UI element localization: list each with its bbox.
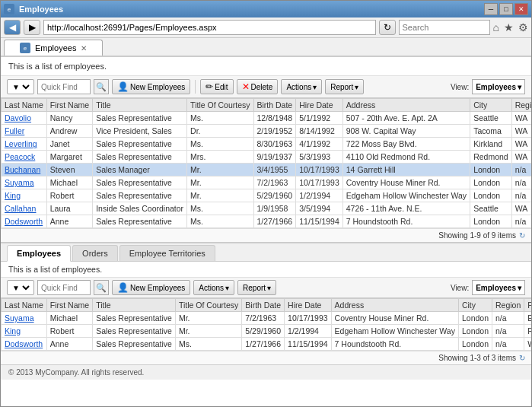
table-row[interactable]: KingRobertSales RepresentativeMr.5/29/19… xyxy=(2,189,532,202)
page-description: This is a list of employees. xyxy=(8,62,107,71)
sub-employee-last-name-link[interactable]: King xyxy=(5,326,21,335)
window-title: Employees xyxy=(19,5,63,14)
actions-button[interactable]: Actions ▾ xyxy=(281,79,322,94)
view-chevron-icon: ▾ xyxy=(518,83,521,91)
new-employees-label: New Employees xyxy=(130,83,185,91)
sub-col-last-name: Last Name xyxy=(2,299,47,312)
sub-col-title: Title xyxy=(93,299,176,312)
delete-button[interactable]: ✕ Delete xyxy=(237,79,279,94)
titlebar-buttons: ─ □ ✕ xyxy=(484,3,528,15)
sub-col-courtesy: Title Of Courtesy xyxy=(175,299,241,312)
sub-employees-table: Last Name First Name Title Title Of Cour… xyxy=(1,298,531,351)
filter-dropdown[interactable]: ▼ xyxy=(7,79,34,94)
employee-last-name-link[interactable]: Peacock xyxy=(5,152,35,161)
employee-last-name-link[interactable]: Dodsworth xyxy=(5,217,43,226)
refresh-button[interactable]: ↻ xyxy=(379,20,396,35)
sub-new-icon: 👤 xyxy=(117,282,129,293)
employees-table: Last Name First Name Title Title Of Cour… xyxy=(1,98,531,228)
sub-employee-last-name-link[interactable]: Dodsworth xyxy=(5,339,43,348)
table-row[interactable]: BuchananStevenSales ManagerMr.3/4/195510… xyxy=(2,164,532,176)
page-header: This is a list of employees. xyxy=(1,57,531,76)
nav-bar: ◀ ▶ ↻ ⌂ ★ ⚙ xyxy=(1,17,531,38)
maximize-button[interactable]: □ xyxy=(499,3,513,15)
sub-report-button[interactable]: Report ▾ xyxy=(237,280,276,295)
minimize-button[interactable]: ─ xyxy=(484,3,498,15)
sub-view-chevron-icon: ▾ xyxy=(518,284,521,292)
employee-last-name-link[interactable]: Buchanan xyxy=(5,165,40,174)
browser-chrome: ◀ ▶ ↻ ⌂ ★ ⚙ e Employees ✕ xyxy=(1,17,531,56)
sub-table-container: Last Name First Name Title Title Of Cour… xyxy=(1,298,531,351)
sub-quick-find-input[interactable] xyxy=(37,280,91,295)
col-first-name: First Name xyxy=(46,99,92,112)
browser-tab-employees[interactable]: e Employees ✕ xyxy=(4,40,103,56)
tabs-section: Employees Orders Employee Territories Th… xyxy=(1,242,531,364)
browser-toolbar-icons: ⌂ ★ ⚙ xyxy=(493,21,528,33)
quick-find-input[interactable] xyxy=(37,79,91,94)
table-row[interactable]: FullerAndrewVice President, SalesDr.2/19… xyxy=(2,125,532,138)
sub-employee-last-name-link[interactable]: Suyama xyxy=(5,313,34,323)
report-dropdown-icon: ▾ xyxy=(355,83,358,91)
sub-search-button[interactable]: 🔍 xyxy=(94,280,109,295)
employee-last-name-link[interactable]: Leverling xyxy=(5,139,37,148)
sub-filter-dropdown[interactable]: ▼ xyxy=(7,280,34,295)
sub-view-dropdown[interactable]: Employees ▾ xyxy=(472,280,525,295)
main-refresh-icon[interactable]: ↻ xyxy=(519,231,525,240)
sub-table-footer: Showing 1-3 of 3 items ↻ xyxy=(1,351,531,364)
view-area: View: Employees ▾ xyxy=(451,79,525,94)
new-icon: 👤 xyxy=(117,81,129,92)
browser-tab-label: Employees xyxy=(35,43,76,52)
employee-last-name-link[interactable]: King xyxy=(5,191,21,200)
tab-employees[interactable]: Employees xyxy=(7,245,71,262)
col-birth-date: Birth Date xyxy=(253,99,296,112)
search-button[interactable]: 🔍 xyxy=(94,79,109,94)
sub-actions-button[interactable]: Actions ▾ xyxy=(193,280,234,295)
new-employees-button[interactable]: 👤 New Employees xyxy=(112,79,190,94)
report-button[interactable]: Report ▾ xyxy=(325,79,364,94)
separator-1 xyxy=(195,80,196,94)
sub-view-value: Employees xyxy=(476,284,516,292)
browser-search[interactable] xyxy=(399,20,490,35)
address-bar[interactable] xyxy=(43,20,376,35)
edit-button[interactable]: ✏ Edit xyxy=(200,79,233,94)
employee-last-name-link[interactable]: Callahan xyxy=(5,204,36,213)
tab-close-button[interactable]: ✕ xyxy=(81,44,87,52)
sub-col-city: City xyxy=(458,299,492,312)
main-showing-text: Showing 1-9 of 9 items xyxy=(438,231,516,240)
settings-icon[interactable]: ⚙ xyxy=(518,21,528,33)
table-row[interactable]: DodsworthAnneSales RepresentativeMs.1/27… xyxy=(2,215,532,228)
table-row[interactable]: PeacockMargaretSales RepresentativeMrs.9… xyxy=(2,151,532,164)
table-row[interactable]: DodsworthAnneSales RepresentativeMs.1/27… xyxy=(2,338,532,351)
sub-col-region: Region xyxy=(492,299,524,312)
employee-last-name-link[interactable]: Davolio xyxy=(5,113,31,122)
star-icon[interactable]: ★ xyxy=(504,21,514,33)
home-icon[interactable]: ⌂ xyxy=(493,21,499,33)
sub-toolbar: ▼ 🔍 👤 New Employees Actions ▾ Report ▾ xyxy=(1,278,531,298)
sub-col-birth-date: Birth Date xyxy=(242,299,285,312)
back-button[interactable]: ◀ xyxy=(4,20,21,35)
sub-filter-select[interactable]: ▼ xyxy=(9,283,32,293)
sub-new-employees-button[interactable]: 👤 New Employees xyxy=(112,280,190,295)
page-footer: © 2013 MyCompany. All rights reserved. xyxy=(1,364,531,380)
table-row[interactable]: CallahanLauraInside Sales CoordinatorMs.… xyxy=(2,202,532,215)
tab-orders[interactable]: Orders xyxy=(72,245,118,261)
sub-refresh-icon[interactable]: ↻ xyxy=(519,354,525,362)
forward-button[interactable]: ▶ xyxy=(24,20,40,35)
main-window: e Employees ─ □ ✕ ◀ ▶ ↻ ⌂ ★ ⚙ e Employee… xyxy=(0,0,532,407)
app-icon: e xyxy=(4,4,14,14)
delete-label: Delete xyxy=(251,83,273,91)
employee-last-name-link[interactable]: Fuller xyxy=(5,126,24,135)
table-row[interactable]: SuyamaMichaelSales RepresentativeMr.7/2/… xyxy=(2,312,532,325)
sub-actions-chevron-icon: ▾ xyxy=(225,284,229,292)
employee-last-name-link[interactable]: Suyama xyxy=(5,178,34,187)
table-row[interactable]: LeverlingJanetSales RepresentativeMs.8/3… xyxy=(2,138,532,151)
tab-employee-territories[interactable]: Employee Territories xyxy=(119,245,215,261)
page-content: This is a list of employees. ▼ 🔍 👤 New E… xyxy=(1,56,531,406)
view-dropdown[interactable]: Employees ▾ xyxy=(472,79,525,94)
col-address: Address xyxy=(342,99,470,112)
table-row[interactable]: SuyamaMichaelSales RepresentativeMr.7/2/… xyxy=(2,176,532,189)
table-row[interactable]: KingRobertSales RepresentativeMr.5/29/19… xyxy=(2,325,532,338)
close-button[interactable]: ✕ xyxy=(514,3,528,15)
filter-select[interactable]: ▼ xyxy=(9,82,32,92)
title-bar: e Employees ─ □ ✕ xyxy=(1,1,531,17)
table-row[interactable]: DavolioNancySales RepresentativeMs.12/8/… xyxy=(2,112,532,125)
